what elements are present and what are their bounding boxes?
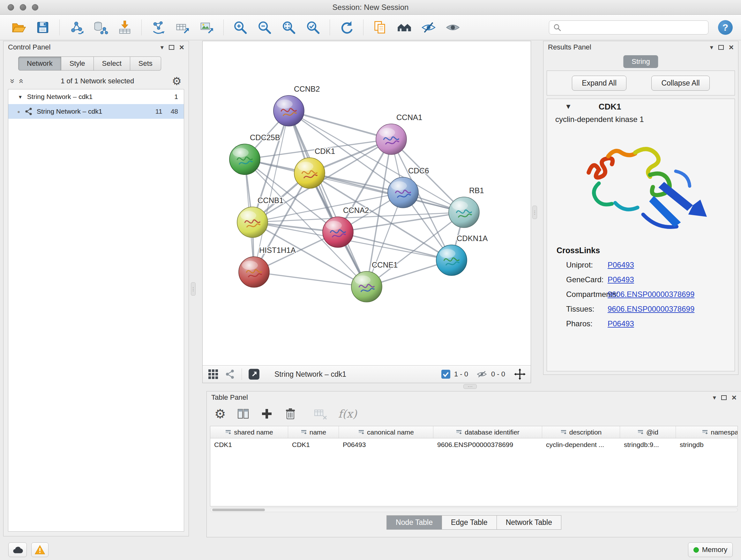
node-label-cdkn1a: CDKN1A (457, 234, 488, 243)
share-view-icon[interactable] (225, 369, 235, 379)
tab-edge-table[interactable]: Edge Table (442, 515, 497, 530)
column-header-namespace[interactable]: namespace (676, 426, 738, 438)
network-node-cdkn1a[interactable] (436, 245, 467, 275)
close-window-button[interactable] (8, 4, 14, 10)
tab-node-table[interactable]: Node Table (387, 515, 442, 530)
network-from-database-icon[interactable] (90, 17, 111, 38)
network-row[interactable]: ● String Network – cdk1 11 48 (8, 104, 184, 119)
network-node-ccnb1[interactable] (237, 207, 268, 238)
annotation-eye-icon[interactable] (418, 17, 439, 38)
column-header-database-identifier[interactable]: database identifier (433, 426, 542, 438)
panel-collapse-icon[interactable]: ▾ (713, 394, 716, 401)
results-tab-string[interactable]: String (623, 55, 658, 68)
network-collection-row[interactable]: ▼ String Network – cdk1 1 (8, 89, 184, 104)
column-header-label: @id (646, 428, 658, 436)
zoom-selected-icon[interactable] (303, 17, 323, 38)
import-table-icon[interactable] (115, 17, 135, 38)
network-node-ccne1[interactable] (351, 271, 382, 302)
gene-section-header[interactable]: ▼ CDK1 (547, 99, 735, 114)
copy-document-icon[interactable] (370, 17, 390, 38)
tree-expand-icon[interactable]: ▼ (18, 94, 23, 100)
export-table-icon[interactable] (172, 17, 193, 38)
search-input[interactable] (564, 23, 704, 32)
show-columns-icon[interactable] (237, 408, 250, 420)
save-session-icon[interactable] (32, 17, 53, 38)
home-views-icon[interactable] (394, 17, 414, 38)
network-from-selection-icon[interactable] (66, 17, 86, 38)
horizontal-splitter-handle[interactable]: ⋯ (463, 384, 477, 389)
zoom-in-icon[interactable] (230, 17, 251, 38)
collapse-all-button[interactable]: Collapse All (651, 76, 710, 91)
column-header-shared-name[interactable]: shared name (210, 426, 288, 438)
right-splitter-handle[interactable]: ⋮ (532, 206, 537, 219)
panel-collapse-icon[interactable]: ▾ (710, 44, 713, 51)
panel-float-icon[interactable] (721, 395, 727, 400)
scrollbar-thumb[interactable] (212, 509, 265, 511)
expand-all-button[interactable]: Expand All (572, 76, 626, 91)
tab-network[interactable]: Network (18, 57, 61, 71)
open-session-icon[interactable] (8, 17, 29, 38)
zoom-fit-icon[interactable] (279, 17, 299, 38)
crosslink-link[interactable]: P06493 (608, 275, 634, 284)
collapse-all-networks-icon[interactable]: » (17, 79, 25, 83)
network-node-cdc25b[interactable] (229, 144, 260, 175)
table-row[interactable]: CDK1CDK1P064939606.ENSP00000378699cyclin… (210, 438, 738, 451)
network-options-gear-icon[interactable]: ⚙ (172, 76, 182, 86)
crosslink-link[interactable]: P06493 (608, 319, 634, 328)
network-canvas[interactable]: CCNB2CCNA1CDC25BCDK1CDC6RB1CCNB1CCNA2CDK… (203, 41, 531, 365)
column-header-description[interactable]: description (542, 426, 620, 438)
clone-network-icon[interactable] (148, 17, 169, 38)
crosslink-link[interactable]: 9606.ENSP00000378699 (608, 290, 694, 299)
memory-button[interactable]: Memory (688, 543, 733, 557)
network-node-cdk1[interactable] (294, 158, 325, 188)
network-node-rb1[interactable] (449, 197, 479, 228)
crosslink-link[interactable]: 9606.ENSP00000378699 (608, 305, 694, 314)
crosslink-link[interactable]: P06493 (608, 260, 634, 269)
network-edge[interactable] (289, 111, 367, 287)
network-edge[interactable] (254, 272, 367, 287)
selected-checkbox-icon[interactable] (441, 370, 450, 379)
zoom-window-button[interactable] (32, 4, 38, 10)
hidden-eye-icon[interactable] (476, 370, 487, 378)
delete-column-icon[interactable] (284, 408, 297, 420)
zoom-out-icon[interactable] (254, 17, 275, 38)
help-icon[interactable]: ? (718, 20, 733, 35)
tab-select[interactable]: Select (94, 57, 130, 71)
network-node-cdc6[interactable] (388, 177, 418, 208)
column-header--id[interactable]: @id (620, 426, 676, 438)
pan-crosshair-icon[interactable] (514, 368, 526, 380)
crosslink-label: Uniprot: (547, 260, 608, 269)
network-node-ccna2[interactable] (323, 217, 353, 247)
add-column-icon[interactable] (260, 408, 273, 420)
tab-sets[interactable]: Sets (130, 57, 161, 71)
show-graphics-eye-icon[interactable] (443, 17, 463, 38)
export-image-icon[interactable] (197, 17, 217, 38)
table-hscrollbar[interactable] (210, 508, 738, 512)
network-node-ccna1[interactable] (376, 124, 407, 154)
cloud-status-button[interactable] (8, 543, 27, 557)
panel-close-icon[interactable]: × (179, 43, 184, 51)
panel-float-icon[interactable] (718, 45, 724, 50)
gene-expand-icon[interactable]: ▼ (565, 103, 572, 110)
tab-network-table[interactable]: Network Table (497, 515, 561, 530)
panel-close-icon[interactable]: × (732, 393, 737, 401)
panel-float-icon[interactable] (169, 45, 174, 50)
string-network-icon (24, 107, 33, 116)
column-sort-icon (560, 429, 567, 435)
refresh-view-icon[interactable] (336, 17, 357, 38)
warning-status-button[interactable] (31, 543, 49, 557)
panel-collapse-icon[interactable]: ▾ (160, 44, 164, 51)
network-selection-row: » » 1 of 1 Network selected ⚙ (3, 71, 189, 89)
left-splitter-handle[interactable]: ⋮ (191, 282, 196, 296)
column-header-canonical-name[interactable]: canonical name (339, 426, 433, 438)
column-header-name[interactable]: name (288, 426, 339, 438)
table-settings-gear-icon[interactable]: ⚙ (214, 408, 226, 420)
network-node-hist1h1a[interactable] (239, 257, 269, 287)
grid-view-icon[interactable] (208, 369, 219, 380)
network-edge[interactable] (289, 111, 391, 139)
detach-view-icon[interactable] (248, 368, 260, 380)
panel-close-icon[interactable]: × (729, 43, 734, 51)
tab-style[interactable]: Style (61, 57, 94, 71)
minimize-window-button[interactable] (20, 4, 26, 10)
network-node-ccnb2[interactable] (273, 96, 304, 126)
